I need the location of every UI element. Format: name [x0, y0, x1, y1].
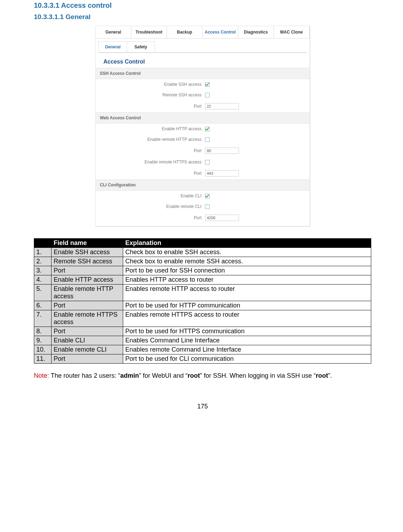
note-text-4: ”.: [328, 372, 332, 379]
row-cli-port: Port: [96, 212, 309, 226]
row-http-port: Port: [96, 145, 309, 157]
screenshot-container: General Troubleshoot Backup Access Contr…: [34, 26, 371, 226]
label-ssh-port: Port: [96, 104, 205, 109]
label-enable-cli: Enable CLI: [96, 193, 205, 198]
screenshot-panel: General Troubleshoot Backup Access Contr…: [95, 26, 310, 226]
table-row: 3.PortPort to be used for SSH connection: [34, 266, 371, 275]
note-text-3: ” for SSH. When logging in via SSH use “: [200, 372, 316, 379]
cell-num: 6.: [34, 301, 52, 310]
cell-explanation: Enables remote HTTPS access to router: [123, 310, 371, 327]
cell-explanation: Check box to enable remote SSH access.: [123, 257, 371, 266]
label-https-port: Port: [96, 171, 205, 176]
subtab-underline: [98, 52, 307, 53]
cell-num: 5.: [34, 285, 52, 301]
row-remote-cli: Enable remote CLI: [96, 201, 309, 212]
sub-tabs: General Safety: [98, 41, 307, 52]
tab-general[interactable]: General: [96, 26, 131, 38]
input-cli-port[interactable]: [205, 215, 239, 221]
th-explanation: Explanation: [123, 239, 371, 248]
row-enable-ssh: Enable SSH access: [96, 79, 309, 90]
cell-field-name: Enable HTTP access: [52, 275, 123, 285]
label-enable-ssh: Enable SSH access: [96, 82, 205, 87]
table-row: 7.Enable remote HTTPS accessEnables remo…: [34, 310, 371, 327]
table-row: 10.Enable remote CLIEnables remote Comma…: [34, 345, 371, 354]
page-number: 175: [34, 403, 371, 410]
section-ssh-access-control: SSH Access Control: [96, 68, 309, 79]
cell-field-name: Port: [52, 354, 123, 364]
label-remote-http: Enable remote HTTP access: [96, 137, 205, 142]
note-text-1: The router has 2 users: “: [49, 372, 120, 379]
tab-mac-clone[interactable]: MAC Clone: [274, 26, 309, 38]
cell-num: 7.: [34, 310, 52, 327]
table-row: 6.PortPort to be used for HTTP communica…: [34, 301, 371, 310]
table-row: 1.Enable SSH accessCheck box to enable S…: [34, 248, 371, 257]
heading-general: 10.3.3.1.1 General: [34, 13, 371, 21]
label-remote-cli: Enable remote CLI: [96, 204, 205, 209]
cell-explanation: Check box to enable SSH access.: [123, 248, 371, 257]
cell-num: 4.: [34, 275, 52, 285]
tab-backup[interactable]: Backup: [167, 26, 203, 38]
top-tabs: General Troubleshoot Backup Access Contr…: [96, 26, 309, 38]
input-http-port[interactable]: [205, 148, 239, 154]
checkbox-remote-ssh[interactable]: [205, 93, 210, 97]
row-remote-ssh: Remote SSH access: [96, 90, 309, 100]
row-https-port: Port: [96, 167, 309, 179]
subtab-general[interactable]: General: [98, 41, 127, 52]
table-row: 5.Enable remote HTTP accessEnables remot…: [34, 285, 371, 301]
checkbox-enable-cli[interactable]: [205, 194, 210, 198]
cell-explanation: Enables Command Line Interface: [123, 336, 371, 345]
table-row: 2.Remote SSH accessCheck box to enable r…: [34, 257, 371, 266]
cell-field-name: Enable CLI: [52, 336, 123, 345]
cell-num: 10.: [34, 345, 52, 354]
table-row: 8.PortPort to be used for HTTPS communic…: [34, 327, 371, 336]
subtab-safety[interactable]: Safety: [127, 41, 155, 52]
cell-explanation: Port to be used for HTTPS communication: [123, 327, 371, 336]
cell-explanation: Port to be used for HTTP communication: [123, 301, 371, 310]
label-remote-https: Enable remote HTTPS access: [96, 160, 205, 165]
cell-field-name: Remote SSH access: [52, 257, 123, 266]
cell-field-name: Enable remote CLI: [52, 345, 123, 354]
checkbox-enable-http[interactable]: [205, 127, 210, 131]
cell-explanation: Enables HTTP access to router: [123, 275, 371, 285]
label-remote-ssh: Remote SSH access: [96, 92, 205, 97]
label-enable-http: Enable HTTP access: [96, 126, 205, 131]
note-label: Note:: [34, 372, 49, 379]
section-cli-configuration: CLI Configuration: [96, 179, 309, 191]
cell-num: 8.: [34, 327, 52, 336]
table-row: 9.Enable CLIEnables Command Line Interfa…: [34, 336, 371, 345]
cell-field-name: Port: [52, 266, 123, 275]
th-num: [34, 239, 52, 248]
note-text-2: ” for WebUI and “: [139, 372, 188, 379]
tab-diagnostics[interactable]: Diagnostics: [238, 26, 274, 38]
cell-field-name: Port: [52, 327, 123, 336]
input-ssh-port[interactable]: [205, 103, 239, 109]
description-table: Field name Explanation 1.Enable SSH acce…: [34, 238, 371, 364]
checkbox-remote-https[interactable]: [205, 160, 210, 165]
note-user-admin: admin: [120, 372, 139, 379]
row-remote-https: Enable remote HTTPS access: [96, 157, 309, 167]
cell-num: 3.: [34, 266, 52, 275]
row-ssh-port: Port: [96, 100, 309, 112]
cell-num: 11.: [34, 354, 52, 364]
tab-troubleshoot[interactable]: Troubleshoot: [131, 26, 167, 38]
row-enable-http: Enable HTTP access: [96, 124, 309, 134]
checkbox-enable-ssh[interactable]: [205, 82, 210, 87]
cell-field-name: Port: [52, 301, 123, 310]
th-field-name: Field name: [52, 239, 123, 248]
label-http-port: Port: [96, 148, 205, 153]
checkbox-remote-cli[interactable]: [205, 204, 210, 209]
cell-num: 1.: [34, 248, 52, 257]
table-row: 11.PortPort to be used for CLI communica…: [34, 354, 371, 364]
cell-explanation: Port to be used for SSH connection: [123, 266, 371, 275]
panel-title: Access Control: [103, 59, 309, 65]
cell-field-name: Enable remote HTTPS access: [52, 310, 123, 327]
cell-num: 2.: [34, 257, 52, 266]
cell-num: 9.: [34, 336, 52, 345]
note-user-root-1: root: [188, 372, 200, 379]
tab-access-control[interactable]: Access Control: [203, 26, 238, 38]
cell-field-name: Enable remote HTTP access: [52, 285, 123, 301]
input-https-port[interactable]: [205, 170, 239, 177]
section-web-access-control: Web Access Control: [96, 112, 309, 124]
row-remote-http: Enable remote HTTP access: [96, 134, 309, 145]
checkbox-remote-http[interactable]: [205, 137, 210, 142]
